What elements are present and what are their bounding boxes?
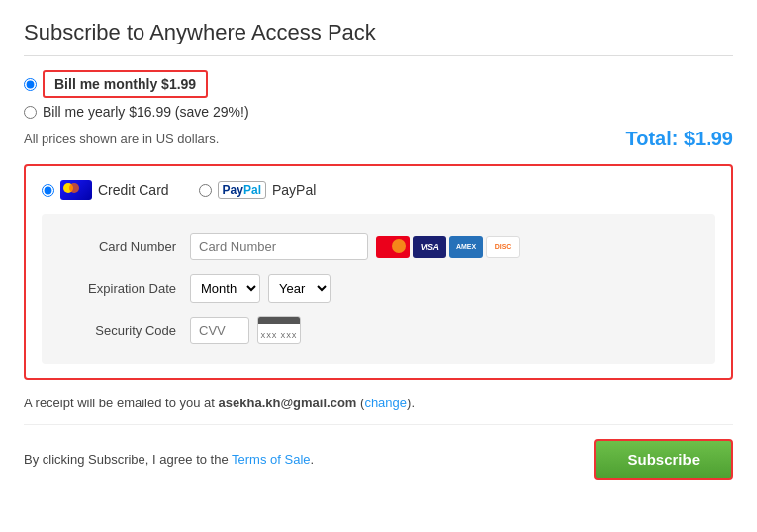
year-select[interactable]: Year 202420252026 202720282029 2030: [268, 274, 331, 303]
payment-box: Credit Card PayPal PayPal Card Number VI…: [24, 164, 733, 380]
footer-row: By clicking Subscribe, I agree to the Te…: [24, 439, 733, 480]
prices-row: All prices shown are in US dollars. Tota…: [24, 128, 733, 150]
expiration-row: Expiration Date Month 010203 040506 0708…: [61, 274, 696, 303]
card-icons: VISA AMEX DISC: [376, 236, 520, 258]
paypal-label: PayPal: [272, 182, 316, 198]
subscribe-button[interactable]: Subscribe: [594, 439, 733, 480]
month-select[interactable]: Month 010203 040506 070809 101112: [190, 274, 260, 303]
billing-monthly-radio[interactable]: [24, 78, 37, 91]
receipt-email: asekha.kh@gmail.com: [219, 396, 357, 410]
page-title: Subscribe to Anywhere Access Pack: [24, 20, 733, 56]
total-price: Total: $1.99: [625, 128, 733, 150]
credit-card-icon: [60, 180, 92, 200]
billing-yearly-radio[interactable]: [24, 106, 37, 119]
discover-icon: DISC: [486, 236, 520, 258]
terms-text: By clicking Subscribe, I agree to the Te…: [24, 452, 314, 467]
security-controls: [190, 316, 301, 344]
credit-card-label: Credit Card: [98, 182, 169, 198]
credit-card-radio[interactable]: [42, 184, 54, 197]
security-row: Security Code: [61, 316, 696, 344]
card-number-label: Card Number: [61, 239, 190, 254]
amex-icon: AMEX: [449, 236, 483, 258]
billing-yearly-label: Bill me yearly $16.99 (save 29%!): [43, 104, 249, 120]
expiration-controls: Month 010203 040506 070809 101112 Year 2…: [190, 274, 331, 303]
receipt-text-before: A receipt will be emailed to you at: [24, 396, 219, 410]
mastercard-icon: [376, 236, 410, 258]
billing-monthly-label[interactable]: Bill me monthly $1.99: [43, 70, 208, 98]
credit-card-method[interactable]: Credit Card: [42, 180, 169, 200]
expiration-label: Expiration Date: [61, 281, 190, 296]
receipt-note: A receipt will be emailed to you at asek…: [24, 396, 733, 425]
terms-of-sale-link[interactable]: Terms of Sale: [232, 452, 310, 467]
paypal-radio[interactable]: [199, 184, 212, 197]
change-email-link[interactable]: change: [364, 396, 407, 410]
billing-monthly-option[interactable]: Bill me monthly $1.99: [24, 70, 733, 98]
paypal-method[interactable]: PayPal PayPal: [199, 181, 317, 199]
prices-note: All prices shown are in US dollars.: [24, 132, 219, 146]
payment-methods: Credit Card PayPal PayPal: [42, 180, 715, 200]
card-form-area: Card Number VISA AMEX DISC Expiration Da…: [42, 214, 715, 364]
cvv-image-icon: [257, 316, 301, 344]
card-number-input[interactable]: [190, 233, 368, 260]
billing-yearly-option[interactable]: Bill me yearly $16.99 (save 29%!): [24, 104, 733, 120]
billing-options: Bill me monthly $1.99 Bill me yearly $16…: [24, 70, 733, 120]
security-label: Security Code: [61, 323, 190, 338]
receipt-text-after: .: [411, 396, 415, 410]
visa-icon: VISA: [413, 236, 446, 258]
paypal-logo-icon: PayPal: [218, 181, 266, 199]
terms-after: .: [311, 452, 315, 467]
cvv-input[interactable]: [190, 317, 249, 344]
terms-before: By clicking Subscribe, I agree to the: [24, 452, 232, 467]
card-number-row: Card Number VISA AMEX DISC: [61, 233, 696, 260]
card-number-controls: VISA AMEX DISC: [190, 233, 520, 260]
